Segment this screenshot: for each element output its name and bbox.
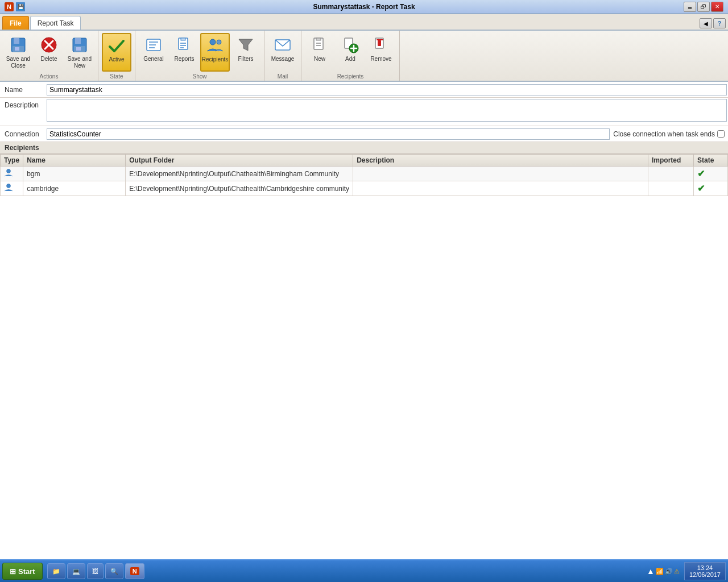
ribbon: Save and Close Delete [0, 31, 728, 82]
start-icon: ⊞ [10, 567, 16, 576]
connection-label: Connection [0, 128, 46, 140]
remove-label: Remove [370, 56, 391, 63]
tab-report-task[interactable]: Report Task [30, 16, 81, 30]
taskbar-item-explorer[interactable]: 📁 [47, 563, 65, 579]
taskbar-item-nprinting[interactable]: N [125, 563, 144, 579]
nav-back-button[interactable]: ◀ [700, 18, 712, 28]
recipients-button[interactable]: Recipients [200, 33, 230, 72]
general-button[interactable]: General [139, 33, 168, 72]
user-icon-1 [4, 168, 13, 177]
general-icon [144, 36, 163, 54]
name-input[interactable] [47, 84, 727, 95]
start-button[interactable]: ⊞ Start [2, 563, 43, 580]
message-icon [274, 36, 292, 54]
svg-point-20 [210, 39, 216, 45]
taskbar-item-cmd[interactable]: 💻 [67, 563, 85, 579]
svg-point-21 [217, 40, 221, 44]
col-header-state: State [694, 155, 728, 167]
app-icon-n: N [5, 2, 14, 11]
reports-button[interactable]: Reports [169, 33, 199, 72]
description-row: Description [0, 98, 728, 126]
taskbar-item-search[interactable]: 🔍 [105, 563, 123, 579]
reports-label: Reports [174, 56, 194, 63]
save-close-icon [9, 36, 27, 54]
app-icon-save[interactable]: 💾 [16, 2, 25, 11]
table-body: bgm E:\Development\Nprinting\Output\Chat… [1, 167, 728, 196]
svg-rect-25 [316, 38, 321, 40]
add-button[interactable]: Add [336, 33, 365, 72]
cell-name-1: bgm [23, 167, 126, 181]
col-header-imported: Imported [648, 155, 694, 167]
cell-name-2: cambridge [23, 181, 126, 196]
maximize-button[interactable]: 🗗 [697, 2, 710, 12]
connection-input[interactable] [47, 128, 610, 140]
cell-type-2 [1, 181, 23, 196]
message-button[interactable]: Message [268, 33, 297, 72]
help-button[interactable]: ? [713, 18, 726, 28]
table-row[interactable]: cambridge E:\Development\Nprinting\Outpu… [1, 181, 728, 196]
add-icon [341, 36, 359, 54]
table-row[interactable]: bgm E:\Development\Nprinting\Output\Chat… [1, 167, 728, 181]
delete-button[interactable]: Delete [34, 33, 64, 72]
connection-row: Connection Close connection when task en… [0, 126, 728, 142]
save-close-label: Save and Close [5, 56, 31, 69]
mail-group-label: Mail [278, 73, 288, 80]
minimize-button[interactable]: 🗕 [684, 2, 696, 12]
cell-type-1 [1, 167, 23, 181]
explorer-icon: 📁 [52, 568, 60, 575]
filters-label: Filters [238, 56, 253, 63]
description-input[interactable] [47, 99, 727, 122]
title-bar-app-icons: N 💾 [5, 2, 25, 11]
recipients-group-label: Recipients [337, 73, 364, 80]
close-button[interactable]: ✕ [711, 2, 723, 12]
general-label: General [143, 56, 164, 63]
svg-marker-22 [239, 39, 253, 51]
svg-point-38 [7, 184, 11, 188]
images-icon: 🖼 [92, 568, 98, 575]
cell-imported-1 [648, 167, 694, 181]
recipients-header: Recipients [0, 142, 728, 154]
actions-group-label: Actions [40, 73, 59, 80]
svg-rect-33 [378, 40, 381, 46]
active-button[interactable]: Active [102, 33, 131, 72]
ribbon-group-mail-content: Message [268, 33, 297, 72]
ribbon-group-recipients: New Add [301, 31, 400, 81]
search-icon: 🔍 [110, 568, 118, 575]
file-tab[interactable]: File [2, 16, 29, 30]
taskbar-item-images[interactable]: 🖼 [87, 563, 104, 579]
window-title: Summarystattask - Report Task [313, 3, 415, 11]
filters-button[interactable]: Filters [231, 33, 260, 72]
col-header-output-folder: Output Folder [126, 155, 353, 167]
content-area: Name Description Connection Close connec… [0, 82, 728, 559]
cell-state-2: ✔ [694, 181, 728, 196]
svg-rect-3 [15, 47, 19, 51]
new-button[interactable]: New [305, 33, 334, 72]
name-row: Name [0, 82, 728, 98]
name-label: Name [0, 84, 46, 96]
show-group-label: Show [192, 73, 206, 80]
ribbon-group-show-content: General Reports [139, 33, 260, 72]
active-icon [107, 36, 126, 55]
system-clock[interactable]: 13:24 12/06/2017 [684, 562, 726, 580]
cell-output-2: E:\Development\Nprinting\Output\Chatheal… [126, 181, 353, 196]
user-icon-2 [4, 183, 13, 192]
nprinting-taskbar-icon: N [130, 567, 139, 575]
connection-checkbox[interactable] [717, 130, 725, 138]
save-close-button[interactable]: Save and Close [3, 33, 33, 72]
active-label: Active [109, 56, 124, 63]
svg-rect-16 [181, 38, 185, 40]
tray-arrow-icon[interactable]: ▲ [647, 567, 655, 576]
taskbar-right: ▲ 📶 🔊 ⚠ 13:24 12/06/2017 [644, 562, 728, 580]
recipients-icon [206, 36, 224, 55]
cell-state-1: ✔ [694, 167, 728, 181]
clock-time: 13:24 [689, 564, 721, 571]
col-header-type: Type [1, 155, 23, 167]
ribbon-group-actions-content: Save and Close Delete [3, 33, 94, 72]
cmd-icon: 💻 [72, 568, 80, 575]
ribbon-group-state: Active State [98, 31, 135, 81]
remove-button[interactable]: Remove [366, 33, 396, 72]
tray-icon-warning: ⚠ [674, 568, 680, 575]
description-label: Description [0, 98, 46, 111]
save-new-button[interactable]: Save and New [65, 33, 94, 72]
cell-desc-1 [353, 167, 648, 181]
